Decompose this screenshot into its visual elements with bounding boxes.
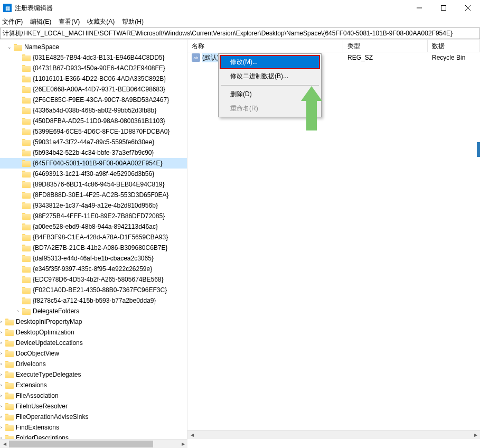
folder-icon xyxy=(22,96,31,104)
tree-node[interactable]: ›DesktopOptimization xyxy=(0,327,187,338)
scrollbar-horizontal[interactable]: ◀ ▶ xyxy=(187,430,480,439)
tree-node-label: {e345f35f-9397-435c-8f95-4e922c26259e} xyxy=(33,265,152,273)
tree-node[interactable]: ›DriveIcons xyxy=(0,359,187,369)
tree-node[interactable]: ›FolderDescriptions xyxy=(0,433,187,439)
column-name[interactable]: 名称 xyxy=(187,40,343,52)
expander-closed-icon[interactable]: › xyxy=(0,404,5,409)
expander-open-icon[interactable]: ⌄ xyxy=(5,44,14,50)
scroll-right-icon[interactable]: ▶ xyxy=(471,431,480,439)
value-type: REG_SZ xyxy=(343,54,428,61)
scroll-right-icon[interactable]: ▶ xyxy=(178,440,187,448)
svg-rect-1 xyxy=(441,6,446,11)
tree-node-label: {031E4825-7B94-4dc3-B131-E946B44C8DD5} xyxy=(33,54,165,61)
tree-node-guid[interactable]: {031E4825-7B94-4dc3-B131-E946B44C8DD5} xyxy=(0,52,187,63)
tree-node-label: DesktopIniPropertyMap xyxy=(16,318,82,325)
menu-favorites[interactable]: 收藏夹(A) xyxy=(87,17,115,26)
expander-closed-icon[interactable]: › xyxy=(0,372,5,377)
tree-node-guid[interactable]: {daf95313-e44d-46af-be1b-cbacea2c3065} xyxy=(0,253,187,264)
ctx-modify-binary[interactable]: 修改二进制数据(B)... xyxy=(220,69,320,83)
menu-view[interactable]: 查看(V) xyxy=(59,17,80,26)
tree-node-guid[interactable]: {EDC978D6-4D53-4b2f-A265-5805674BE568} xyxy=(0,274,187,285)
tree-node-guid[interactable]: {a00ee528-ebd9-48b8-944a-8942113d46ac} xyxy=(0,221,187,232)
expander-closed-icon[interactable]: › xyxy=(14,309,22,314)
tree-node[interactable]: ›DeviceUpdateLocations xyxy=(0,338,187,348)
ctx-modify[interactable]: 修改(M)... xyxy=(220,55,320,69)
tree-node-guid[interactable]: {BD7A2E7B-21CB-41b2-A086-B309680C6B7E} xyxy=(0,242,187,253)
tree-node-guid[interactable]: {89D83576-6BD1-4c86-9454-BEB04E94C819} xyxy=(0,179,187,190)
tree-node-guid[interactable]: {59031a47-3f72-44a7-89c5-5595fe6b30ee} xyxy=(0,137,187,147)
tree-scrollbar-horizontal[interactable]: ◀ ▶ xyxy=(0,439,187,448)
tree-node-guid[interactable]: {8FD8B88D-30E1-4F25-AC2B-553D3D65F0EA} xyxy=(0,190,187,200)
tree-node-guid[interactable]: {04731B67-D933-450a-90E6-4ACD2E9408FE} xyxy=(0,63,187,73)
folder-icon xyxy=(22,117,31,125)
tree-node-guid[interactable]: {645FF040-5081-101B-9F08-00AA002F954E} xyxy=(0,158,187,169)
expander-closed-icon[interactable]: › xyxy=(0,361,5,367)
ctx-delete[interactable]: 删除(D) xyxy=(220,87,320,101)
tree-node-label: {645FF040-5081-101B-9F08-00AA002F954E} xyxy=(33,160,163,167)
menu-edit[interactable]: 编辑(E) xyxy=(30,17,51,26)
folder-icon xyxy=(5,392,14,399)
menu-help[interactable]: 帮助(H) xyxy=(122,17,144,26)
expander-closed-icon[interactable]: › xyxy=(0,414,5,419)
tree-node-label: {9343812e-1c37-4a49-a12e-4b2d810d956b} xyxy=(33,202,158,209)
tree-node-guid[interactable]: {98F275B4-4FFF-11E0-89E2-7B86DFD72085} xyxy=(0,211,187,221)
tree-node-guid[interactable]: {64693913-1c21-4f30-a98f-4e52906d3b56} xyxy=(0,169,187,179)
tree-node-guid[interactable]: {4336a54d-038b-4685-ab02-99bb52d3fb8b} xyxy=(0,105,187,116)
tree-node-guid[interactable]: {f8278c54-a712-415b-b593-b77a2be0dda9} xyxy=(0,295,187,306)
maximize-button[interactable] xyxy=(431,0,456,16)
tree-node-namespace[interactable]: NameSpace xyxy=(24,43,59,51)
tree-node-guid[interactable]: {11016101-E366-4D22-BC06-4ADA335C892B} xyxy=(0,73,187,84)
tree-node-label: {5b934b42-522b-4c34-bbfe-37a3ef7b9c90} xyxy=(33,149,154,156)
folder-icon xyxy=(22,160,31,167)
tree-node-label: DriveIcons xyxy=(16,360,46,368)
tree-node-guid[interactable]: {5399E694-6CE5-4D6C-8FCE-1D8870FDCBA0} xyxy=(0,126,187,137)
minimize-button[interactable] xyxy=(407,0,431,16)
tree-node-label: {450D8FBA-AD25-11D0-98A8-0800361B1103} xyxy=(33,117,165,125)
folder-icon xyxy=(5,434,14,439)
menu-file[interactable]: 文件(F) xyxy=(2,17,23,26)
expander-closed-icon[interactable]: › xyxy=(0,393,5,398)
string-value-icon: ab xyxy=(192,53,200,62)
tree-node[interactable]: ›FileOperationAdviseSinks xyxy=(0,412,187,422)
scroll-left-icon[interactable]: ◀ xyxy=(0,440,9,448)
tree-node[interactable]: ›FileAssociation xyxy=(0,390,187,401)
tree-node-guid[interactable]: {2F6CE85C-F9EE-43CA-90C7-8A9BD53A2467} xyxy=(0,95,187,105)
tree-node[interactable]: ›Extensions xyxy=(0,380,187,390)
expander-closed-icon[interactable]: › xyxy=(0,382,5,388)
column-type[interactable]: 类型 xyxy=(343,40,428,52)
tree-node-guid[interactable]: {e345f35f-9397-435c-8f95-4e922c26259e} xyxy=(0,264,187,274)
context-menu: 修改(M)... 修改二进制数据(B)... 删除(D) 重命名(R) xyxy=(218,53,322,117)
tree-node-guid[interactable]: {F02C1A0D-BE21-4350-88B0-7367FC96EF3C} xyxy=(0,285,187,295)
folder-icon xyxy=(22,223,31,230)
values-panel: 名称 类型 数据 ab (默认) REG_SZ Recycle Bin 修改(M… xyxy=(187,40,480,439)
tree-node-guid[interactable]: {450D8FBA-AD25-11D0-98A8-0800361B1103} xyxy=(0,116,187,126)
tree-node-guid[interactable]: {26EE0668-A00A-44D7-9371-BEB064C98683} xyxy=(0,84,187,95)
folder-icon xyxy=(22,202,31,209)
folder-icon xyxy=(5,360,14,368)
expander-closed-icon[interactable]: › xyxy=(0,319,5,324)
side-tab-icon xyxy=(477,142,480,157)
expander-closed-icon[interactable]: › xyxy=(0,425,5,430)
expander-closed-icon[interactable]: › xyxy=(0,340,5,346)
tree-node-label: {11016101-E366-4D22-BC06-4ADA335C892B} xyxy=(33,75,166,82)
tree-node-label: {98F275B4-4FFF-11E0-89E2-7B86DFD72085} xyxy=(33,212,165,220)
tree-node-guid[interactable]: {B4FB3F98-C1EA-428d-A78A-D1F5659CBA93} xyxy=(0,232,187,242)
tree-node[interactable]: ›DocObjectView xyxy=(0,348,187,359)
tree-panel[interactable]: ⌄ NameSpace {031E4825-7B94-4dc3-B131-E94… xyxy=(0,40,187,439)
scroll-left-icon[interactable]: ◀ xyxy=(187,431,196,439)
tree-node-delegatefolders[interactable]: DelegateFolders xyxy=(33,307,79,315)
tree-node[interactable]: ›DesktopIniPropertyMap xyxy=(0,316,187,327)
expander-closed-icon[interactable]: › xyxy=(0,351,5,356)
close-button[interactable] xyxy=(456,0,480,16)
value-name[interactable]: (默认) xyxy=(202,53,219,62)
tree-node-guid[interactable]: {9343812e-1c37-4a49-a12e-4b2d810d956b} xyxy=(0,200,187,211)
tree-node[interactable]: ›ExecuteTypeDelegates xyxy=(0,369,187,380)
column-data[interactable]: 数据 xyxy=(428,40,480,52)
expander-closed-icon[interactable]: › xyxy=(0,330,5,335)
tree-node[interactable]: ›FindExtensions xyxy=(0,422,187,433)
tree-node[interactable]: ›FileInUseResolver xyxy=(0,401,187,412)
folder-icon xyxy=(22,307,31,315)
expander-closed-icon[interactable]: › xyxy=(0,435,5,439)
address-bar[interactable]: 计算机\HKEY_LOCAL_MACHINE\SOFTWARE\Microsof… xyxy=(0,27,480,39)
tree-node-guid[interactable]: {5b934b42-522b-4c34-bbfe-37a3ef7b9c90} xyxy=(0,147,187,158)
